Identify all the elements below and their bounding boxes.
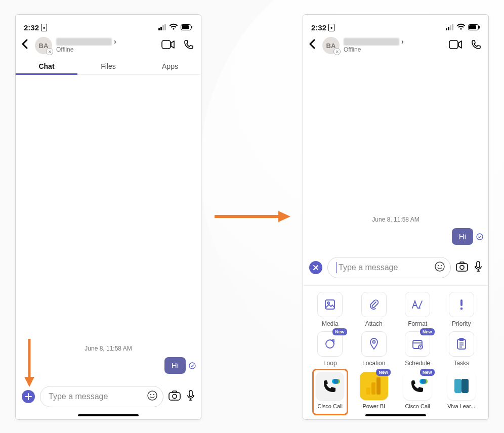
svg-rect-31	[477, 262, 480, 268]
new-badge: New	[376, 369, 391, 376]
chat-messages-area[interactable]: June 8, 11:58 AM Hi	[16, 75, 201, 381]
message-input-placeholder: Type a message	[49, 392, 147, 401]
exclaim-icon	[449, 292, 474, 317]
video-call-button[interactable]	[161, 40, 175, 51]
camera-button[interactable]	[456, 262, 468, 274]
chat-header: BA ✕ › Offline	[303, 32, 488, 57]
close-drawer-button[interactable]	[309, 261, 322, 274]
drawer-option-label: Tasks	[453, 360, 469, 367]
svg-rect-14	[189, 391, 192, 397]
viva-icon	[447, 372, 476, 400]
svg-rect-19	[450, 25, 451, 30]
avatar[interactable]: BA ✕	[322, 37, 340, 54]
svg-rect-12	[169, 393, 180, 400]
paperclip-icon	[361, 292, 387, 317]
svg-point-30	[460, 266, 464, 270]
avatar-initials: BA	[39, 42, 49, 50]
battery-icon	[468, 23, 480, 32]
audio-call-button[interactable]	[471, 39, 481, 52]
emoji-button[interactable]	[147, 390, 158, 403]
message-input[interactable]: Type a message	[327, 257, 451, 278]
battery-icon	[181, 23, 193, 32]
chat-messages-area[interactable]: June 8, 11:58 AM Hi	[303, 57, 488, 252]
read-receipt-icon	[476, 233, 483, 240]
microphone-button[interactable]	[187, 390, 195, 403]
audio-call-button[interactable]	[184, 39, 194, 52]
attachment-drawer: MediaAttachFormatPriorityNewLoopLocation…	[303, 285, 488, 419]
drawer-option-format[interactable]: Format	[397, 292, 439, 327]
svg-rect-6	[191, 26, 192, 29]
annotation-arrow-down	[23, 339, 38, 395]
drawer-option-label: Format	[408, 320, 427, 327]
contact-name-redacted	[344, 38, 399, 46]
new-badge: New	[420, 328, 435, 335]
app-cisco-call[interactable]: Cisco Call	[309, 372, 351, 409]
drawer-option-priority[interactable]: Priority	[441, 292, 483, 327]
drawer-option-media[interactable]: Media	[309, 292, 351, 327]
app-label: Cisco Call	[317, 403, 343, 409]
message-input[interactable]: Type a message	[40, 386, 163, 407]
back-button[interactable]	[306, 39, 318, 52]
app-cisco-call[interactable]: NewCisco Call	[397, 372, 439, 409]
presence-text: Offline	[344, 47, 445, 54]
svg-rect-0	[158, 28, 160, 30]
drawer-option-loop[interactable]: NewLoop	[309, 331, 351, 367]
presence-offline-icon: ✕	[333, 48, 341, 55]
format-icon	[405, 292, 430, 317]
home-indicator[interactable]	[78, 414, 139, 416]
app-viva-lear-[interactable]: Viva Lear...	[441, 372, 483, 409]
contact-name-block[interactable]: › Offline	[56, 37, 157, 54]
drawer-option-schedule[interactable]: NewSchedule	[397, 331, 439, 367]
svg-rect-2	[162, 25, 164, 30]
svg-rect-20	[452, 24, 453, 30]
new-badge: New	[420, 369, 435, 376]
svg-point-37	[460, 308, 463, 310]
svg-rect-51	[376, 377, 381, 395]
svg-rect-5	[182, 25, 189, 29]
svg-point-35	[327, 302, 329, 304]
svg-point-27	[438, 265, 439, 266]
tab-files[interactable]: Files	[77, 57, 139, 74]
svg-point-26	[435, 262, 444, 271]
chevron-right-icon: ›	[114, 37, 116, 46]
drawer-option-label: Loop	[323, 360, 337, 367]
home-indicator[interactable]	[365, 414, 426, 416]
sent-message-bubble[interactable]: Hi	[452, 228, 473, 245]
back-button[interactable]	[19, 39, 31, 52]
wifi-icon	[457, 23, 465, 32]
svg-point-39	[372, 341, 375, 343]
cisco-call-icon	[316, 372, 344, 400]
tab-apps[interactable]: Apps	[139, 57, 201, 74]
powerbi-icon	[360, 372, 388, 400]
svg-point-25	[477, 234, 483, 240]
contact-name-block[interactable]: › Offline	[344, 37, 445, 54]
image-icon	[317, 292, 343, 317]
drawer-option-location[interactable]: Location	[353, 331, 395, 367]
tab-chat[interactable]: Chat	[16, 57, 77, 74]
svg-rect-24	[449, 40, 458, 49]
svg-rect-23	[479, 26, 480, 29]
avatar[interactable]: BA ✕	[35, 37, 52, 54]
svg-rect-1	[160, 27, 162, 30]
svg-rect-36	[460, 299, 463, 306]
svg-point-28	[441, 265, 442, 266]
drawer-option-tasks[interactable]: Tasks	[441, 331, 483, 367]
message-timestamp: June 8, 11:58 AM	[303, 216, 488, 223]
emoji-button[interactable]	[434, 261, 445, 274]
svg-point-10	[150, 394, 151, 395]
microphone-button[interactable]	[474, 261, 482, 274]
chevron-right-icon: ›	[401, 37, 404, 46]
sent-message-bubble[interactable]: Hi	[164, 357, 186, 374]
drawer-option-attach[interactable]: Attach	[353, 292, 395, 327]
video-call-button[interactable]	[449, 40, 462, 51]
drawer-option-label: Schedule	[405, 360, 430, 367]
svg-point-11	[153, 394, 154, 395]
status-time: 2:32	[24, 23, 39, 32]
wifi-icon	[170, 23, 178, 32]
camera-button[interactable]	[169, 391, 181, 403]
contact-name-redacted	[56, 38, 112, 46]
svg-marker-60	[278, 211, 290, 222]
app-power-bi[interactable]: NewPower BI	[353, 372, 395, 409]
tasks-icon	[449, 331, 474, 357]
message-input-placeholder: Type a message	[339, 263, 434, 272]
